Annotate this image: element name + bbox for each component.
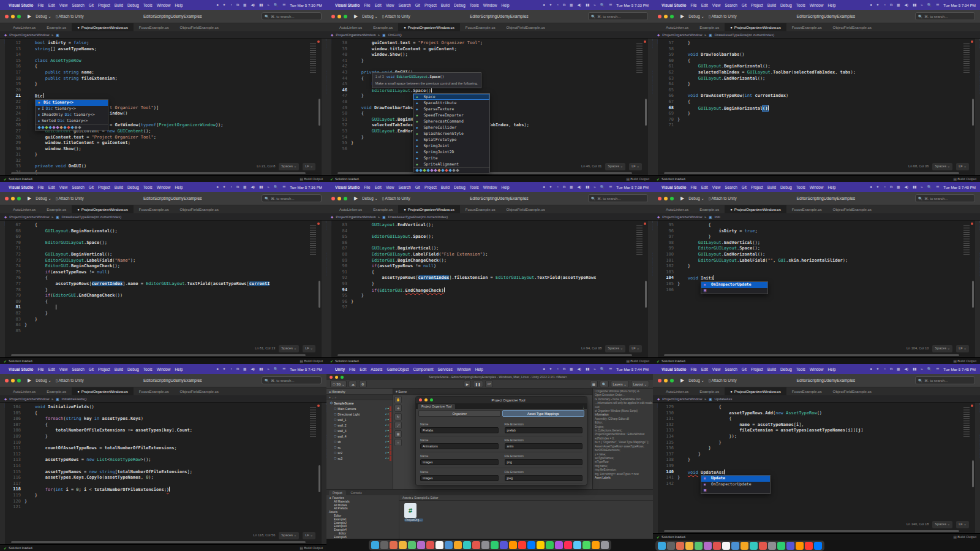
dock-app-icon[interactable]: [527, 541, 535, 549]
line-ending-dropdown[interactable]: LF ⌄: [956, 163, 969, 170]
dock-app-icon[interactable]: [500, 541, 508, 549]
menu-item[interactable]: Tools: [143, 367, 153, 371]
completion-filter-bar[interactable]: [36, 124, 108, 130]
menu-item[interactable]: Tools: [470, 185, 479, 189]
project-tab-console[interactable]: Console: [347, 490, 366, 495]
hierarchy-item[interactable]: ▢sc2ℹ✦: [326, 450, 393, 455]
breadcrumb-member[interactable]: Initi: [715, 215, 720, 219]
completion-item[interactable]: ▣Update: [701, 476, 770, 482]
zoom-button[interactable]: [17, 15, 21, 18]
hierarchy-scene-row[interactable]: ⬡SampleScene: [326, 400, 393, 406]
hierarchy-search[interactable]: + ⌄ ⌕: [326, 395, 393, 400]
hierarchy-item[interactable]: ▢wall_1ℹ✦: [326, 417, 393, 422]
dock-app-icon[interactable]: [555, 541, 563, 549]
filter-kind-icon[interactable]: [37, 126, 41, 129]
menu-item[interactable]: Git: [415, 185, 420, 189]
editor-tab[interactable]: FocusExample.cs: [786, 205, 827, 213]
editor-tab[interactable]: AutoLinker.cs: [334, 23, 368, 31]
hierarchy-item[interactable]: ▢Directional Lightℹ✦: [326, 411, 393, 417]
filter-kind-icon[interactable]: [415, 169, 419, 173]
completion-item[interactable]: ◆SpringJoint2D: [413, 149, 489, 155]
project-organizer-tool-window[interactable]: Project Organizer ToolProject Organizer …: [415, 396, 587, 485]
horizontal-scrollbar[interactable]: [664, 354, 959, 356]
editor-tab[interactable]: FocusExample.cs: [134, 387, 175, 395]
menu-item[interactable]: Build: [767, 185, 776, 189]
attach-target-dropdown[interactable]: ▯ Attach to Unity: [382, 196, 410, 200]
menu-item[interactable]: Edit: [48, 3, 55, 7]
zoom-button[interactable]: [341, 376, 344, 379]
menu-item[interactable]: Edit: [375, 185, 382, 189]
menu-item[interactable]: Visual Studio: [9, 185, 33, 189]
filter-kind-icon[interactable]: [52, 126, 56, 129]
horizontal-scrollbar[interactable]: [664, 530, 959, 532]
editor-tab[interactable]: Example.cs: [694, 23, 725, 31]
menu-item[interactable]: Help: [827, 3, 835, 7]
editor-tab[interactable]: ●ProjectOrganizerWindow.cs: [725, 205, 786, 213]
horizontal-scrollbar[interactable]: [337, 354, 632, 356]
editor-tab[interactable]: ObjectFieldExample.cs: [827, 387, 877, 395]
configuration-dropdown[interactable]: Debug ⌄: [688, 14, 704, 18]
close-button[interactable]: [658, 379, 662, 382]
project-tree[interactable]: ★ FavoritesAll MaterialsAll ModelsAll Pr…: [326, 495, 399, 539]
eye-icon[interactable]: ✦: [387, 424, 389, 427]
completion-item[interactable]: ◆Dictionary<>: [36, 100, 108, 106]
breadcrumb-member[interactable]: UpdateAss: [715, 397, 733, 401]
scene-tool-button[interactable]: ✋: [394, 396, 402, 403]
toolbar-button[interactable]: ☁: [349, 381, 356, 387]
configuration-dropdown[interactable]: Debug ⌄: [36, 378, 51, 382]
eye-icon[interactable]: ✦: [387, 412, 389, 416]
breadcrumb[interactable]: ◆ProjectOrganizerWindow▸▣DrawAssetTypeRo…: [326, 213, 653, 221]
build-output-button[interactable]: ▤ Build Output: [953, 535, 976, 539]
menu-item[interactable]: Project: [98, 185, 110, 189]
editor-tab[interactable]: AutoLinker.cs: [7, 23, 41, 31]
minimize-button[interactable]: [11, 197, 15, 200]
line-ending-dropdown[interactable]: LF ⌄: [303, 163, 315, 170]
editor-tab[interactable]: FocusExample.cs: [786, 23, 827, 31]
horizontal-scrollbar[interactable]: [11, 541, 306, 543]
vertical-scrollbar[interactable]: [318, 99, 320, 126]
editor-tab[interactable]: FocusExample.cs: [786, 387, 827, 395]
menu-item[interactable]: View: [386, 185, 394, 189]
menu-item[interactable]: View: [712, 185, 721, 189]
close-button[interactable]: [658, 197, 662, 200]
menu-item[interactable]: Help: [827, 185, 835, 189]
menu-item[interactable]: Project: [98, 367, 110, 371]
editor-tab[interactable]: ObjectFieldExample.cs: [175, 387, 224, 395]
build-output-button[interactable]: ▤ Build Output: [626, 359, 649, 363]
menu-item[interactable]: Tools: [143, 3, 153, 7]
menu-item[interactable]: Edit: [48, 185, 55, 189]
editor-tab[interactable]: ObjectFieldExample.cs: [175, 205, 224, 213]
menu-item[interactable]: Help: [475, 367, 483, 371]
menu-item[interactable]: Project: [751, 3, 763, 7]
dock-app-icon[interactable]: [380, 541, 388, 549]
minimize-button[interactable]: [337, 197, 341, 200]
eye-icon[interactable]: ✦: [387, 440, 389, 443]
completion-item[interactable]: ◆SortedDictionary<>: [36, 118, 108, 124]
completion-item[interactable]: ◆IDictionary<>: [36, 106, 108, 112]
dock-app-icon[interactable]: [713, 542, 721, 550]
menu-item[interactable]: View: [712, 3, 721, 7]
code-editor[interactable]: 83 GUILayout.EndVertical();8485 EditorGU…: [331, 221, 648, 357]
run-button[interactable]: ▶: [680, 13, 684, 19]
name-input[interactable]: Images: [420, 459, 499, 465]
extension-input[interactable]: jpeg: [505, 475, 583, 481]
menu-item[interactable]: Project: [751, 185, 763, 189]
name-input[interactable]: Animations: [420, 443, 499, 449]
filter-kind-icon[interactable]: [441, 169, 445, 173]
dock-app-icon[interactable]: [814, 542, 822, 550]
breadcrumb-class[interactable]: ProjectOrganizerWindow: [9, 215, 49, 219]
window-controls[interactable]: [331, 197, 347, 200]
menu-item[interactable]: Window: [457, 367, 471, 371]
dock-app-icon[interactable]: [546, 541, 554, 549]
dock-app-icon[interactable]: [722, 542, 730, 550]
menu-item[interactable]: Tools: [470, 3, 479, 7]
menu-item[interactable]: Unity: [335, 367, 345, 371]
completion-item[interactable]: ◆SpherecastCommand: [413, 118, 489, 124]
menu-item[interactable]: Debug: [127, 185, 139, 189]
menu-item[interactable]: Window: [810, 185, 824, 189]
code-editor[interactable]: 129 {130 assetTypeRows.Add(new AssetType…: [658, 403, 975, 533]
vertical-scrollbar[interactable]: [318, 281, 320, 308]
editor-tab[interactable]: ●ProjectOrganizerWindow.cs: [72, 205, 134, 213]
breadcrumb-class[interactable]: ProjectOrganizerWindow: [336, 33, 375, 37]
breadcrumb[interactable]: ◆ProjectOrganizerWindow▸▣UpdateAss: [653, 395, 980, 403]
